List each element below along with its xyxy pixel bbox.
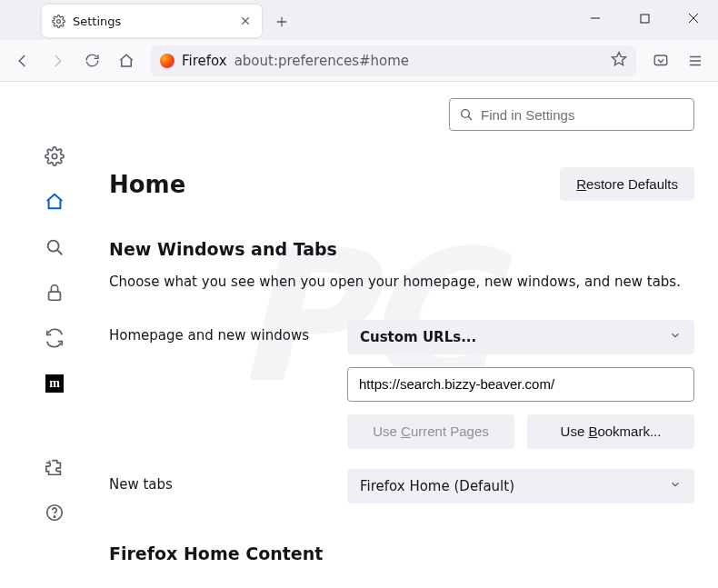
tab-title: Settings [73,15,238,28]
home-button[interactable] [111,45,142,76]
chevron-down-icon [669,329,682,345]
close-window-button[interactable] [669,0,718,36]
new-tabs-label: New tabs [109,469,329,503]
close-icon[interactable] [238,14,253,28]
settings-main: Home Restore Defaults New Windows and Ta… [109,82,718,588]
sidebar-item-extensions[interactable] [42,454,67,480]
use-bookmark-button[interactable]: Use Bookmark... [527,414,694,449]
save-pocket-button[interactable] [645,45,676,76]
window-titlebar: Settings [0,0,718,40]
sidebar-item-search[interactable] [42,234,67,260]
find-in-settings-input[interactable] [481,107,684,123]
svg-point-3 [52,154,57,159]
sidebar-item-help[interactable] [42,500,67,525]
app-menu-button[interactable] [680,45,711,76]
sidebar-item-privacy[interactable] [42,280,67,305]
browser-tab-settings[interactable]: Settings [42,5,262,37]
address-bar[interactable]: Firefox about:preferences#home [151,45,636,76]
search-icon [459,107,474,122]
homepage-label: Homepage and new windows [109,320,329,449]
address-url: about:preferences#home [234,53,409,69]
svg-point-7 [54,516,55,517]
svg-point-4 [48,241,59,252]
new-tabs-select-value: Firefox Home (Default) [360,478,514,494]
sidebar-item-more[interactable]: m [42,371,67,396]
section-firefox-home-content: Firefox Home Content [109,543,694,563]
svg-point-0 [56,19,60,23]
section-description: Choose what you see when you open your h… [109,272,694,293]
sidebar-item-home[interactable] [42,189,67,214]
use-current-pages-button: Use Current Pages [347,414,514,449]
forward-button [42,45,73,76]
browser-toolbar: Firefox about:preferences#home [0,40,718,82]
settings-sidebar: m [0,82,109,588]
new-tabs-select[interactable]: Firefox Home (Default) [347,469,694,503]
address-label: Firefox [182,53,227,69]
sidebar-item-sync[interactable] [42,325,67,351]
window-controls [571,0,718,40]
find-in-settings[interactable] [449,98,694,131]
homepage-select[interactable]: Custom URLs... [347,320,694,354]
reload-button[interactable] [76,45,107,76]
firefox-icon [160,54,175,68]
page-title: Home [109,171,185,198]
maximize-button[interactable] [620,0,669,36]
minimize-button[interactable] [571,0,620,36]
new-tab-button[interactable] [267,7,296,36]
homepage-select-value: Custom URLs... [360,329,476,345]
homepage-url-input[interactable] [347,367,694,402]
svg-point-8 [462,110,470,118]
svg-rect-2 [654,55,667,65]
bookmark-star-icon[interactable] [611,51,627,70]
svg-rect-5 [49,292,61,300]
restore-defaults-button[interactable]: Restore Defaults [560,167,694,201]
sidebar-item-general[interactable] [42,144,67,169]
section-new-windows-tabs: New Windows and Tabs [109,239,694,259]
chevron-down-icon [669,478,682,494]
m-icon: m [45,374,64,393]
svg-rect-1 [641,15,649,23]
back-button[interactable] [7,45,38,76]
gear-icon [51,14,65,28]
